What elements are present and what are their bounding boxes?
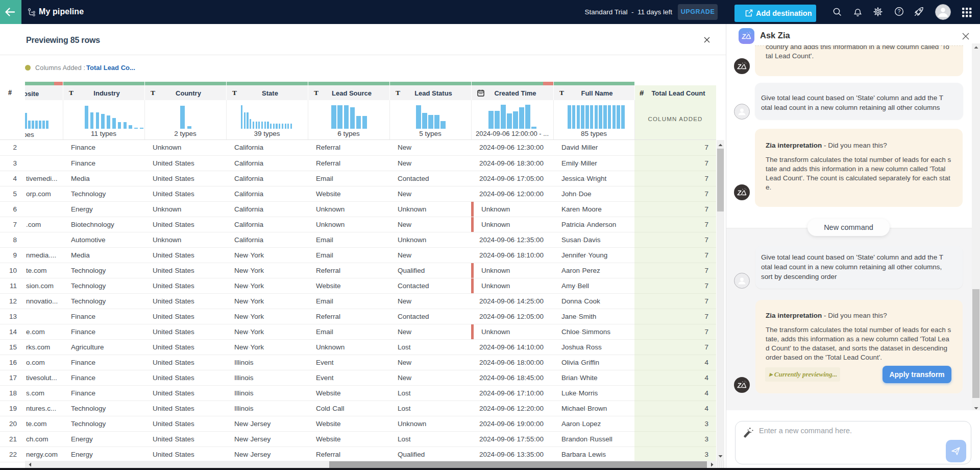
svg-text:?: ? bbox=[898, 8, 901, 14]
